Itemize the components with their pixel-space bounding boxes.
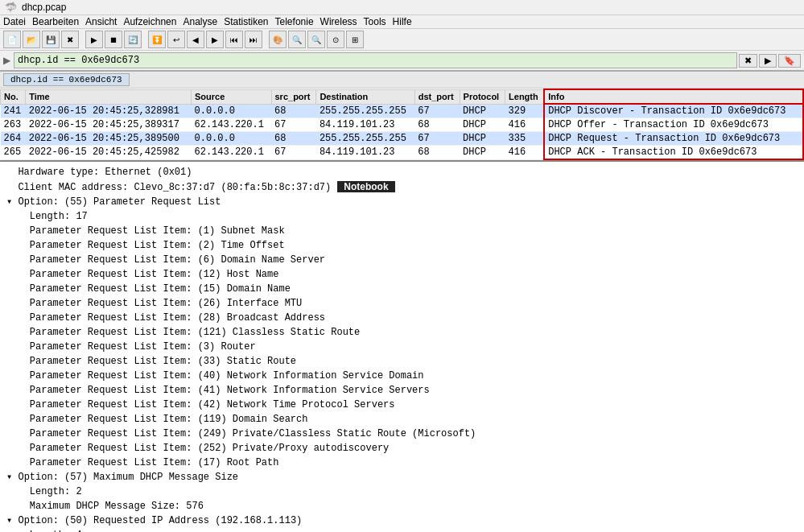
detail-line: Client MAC address: Clevo_8c:37:d7 (80:f… [6, 179, 798, 195]
detail-line: Parameter Request List Item: (1) Subnet … [6, 224, 798, 238]
col-header-destination[interactable]: Destination [316, 89, 414, 104]
detail-line: Parameter Request List Item: (249) Priva… [6, 427, 798, 441]
menu-aufzeichnen[interactable]: Aufzeichnen [123, 16, 176, 27]
detail-line: Maximum DHCP Message Size: 576 [6, 499, 798, 513]
detail-line: Length: 2 [6, 485, 798, 499]
detail-line: Parameter Request List Item: (12) Host N… [6, 267, 798, 282]
toolbar-restart[interactable]: 🔄 [124, 31, 142, 48]
menu-wireless[interactable]: Wireless [320, 16, 357, 27]
toolbar-zoom-out[interactable]: 🔍 [307, 31, 325, 48]
table-row[interactable]: 2642022-06-15 20:45:25,3895000.0.0.06825… [1, 132, 804, 146]
titlebar: 🦈 dhcp.pcap [0, 0, 804, 15]
tabbar: dhcp.id == 0x6e9dc673 [0, 72, 804, 89]
detail-line[interactable]: ▾ Option: (55) Parameter Request List [6, 195, 798, 209]
detail-line: Parameter Request List Item: (42) Networ… [6, 398, 798, 412]
toolbar-zoom-in[interactable]: 🔍 [288, 31, 306, 48]
detail-line: Parameter Request List Item: (121) Class… [6, 325, 798, 340]
toolbar-go-to[interactable]: ↩ [167, 31, 185, 48]
toolbar-prev[interactable]: ◀ [187, 31, 204, 48]
table-row[interactable]: 2652022-06-15 20:45:25,42598262.143.220.… [1, 146, 804, 160]
toolbar-next[interactable]: ▶ [206, 31, 224, 48]
detail-line: Hardware type: Ethernet (0x01) [6, 165, 798, 179]
packet-table: No. Time Source src_port Destination dst… [0, 89, 804, 160]
toolbar: 📄 📂 💾 ✖ ▶ ⏹ 🔄 ⏬ ↩ ◀ ▶ ⏮ ⏭ 🎨 🔍 🔍 ⊙ ⊞ [0, 29, 804, 51]
toolbar-start-capture[interactable]: ▶ [85, 31, 103, 48]
detail-line: Parameter Request List Item: (252) Priva… [6, 441, 798, 456]
toolbar-new[interactable]: 📄 [3, 31, 21, 48]
detail-line: Parameter Request List Item: (17) Root P… [6, 456, 798, 470]
tab-filter[interactable]: dhcp.id == 0x6e9dc673 [3, 73, 130, 86]
col-header-length[interactable]: Length [505, 89, 545, 104]
detail-line: Parameter Request List Item: (40) Networ… [6, 369, 798, 383]
packet-detail-section: Hardware type: Ethernet (0x01) Client MA… [0, 162, 804, 532]
toolbar-zoom-normal[interactable]: ⊙ [327, 31, 344, 48]
table-row[interactable]: 2632022-06-15 20:45:25,38931762.143.220.… [1, 118, 804, 132]
filter-input[interactable] [14, 52, 737, 68]
detail-line: Parameter Request List Item: (119) Domai… [6, 412, 798, 427]
toolbar-last[interactable]: ⏭ [245, 31, 262, 48]
col-header-srcport[interactable]: src_port [271, 89, 316, 104]
titlebar-title: dhcp.pcap [22, 2, 66, 13]
menu-telefonie[interactable]: Telefonie [275, 16, 314, 27]
detail-line[interactable]: ▾ Option: (57) Maximum DHCP Message Size [6, 470, 798, 485]
detail-line: Length: 17 [6, 209, 798, 224]
menu-ansicht[interactable]: Ansicht [85, 16, 117, 27]
menubar: Datei Bearbeiten Ansicht Aufzeichnen Ana… [0, 15, 804, 29]
detail-line[interactable]: ▾ Option: (50) Requested IP Address (192… [6, 513, 798, 528]
detail-line: Parameter Request List Item: (6) Domain … [6, 253, 798, 267]
detail-line: Parameter Request List Item: (3) Router [6, 340, 798, 354]
menu-hilfe[interactable]: Hilfe [393, 16, 412, 27]
toolbar-close[interactable]: ✖ [61, 31, 79, 48]
menu-tools[interactable]: Tools [364, 16, 386, 27]
toolbar-scroll-end[interactable]: ⏬ [148, 31, 166, 48]
toolbar-stop-capture[interactable]: ⏹ [105, 31, 122, 48]
detail-line: Parameter Request List Item: (2) Time Of… [6, 238, 798, 253]
detail-line: Length: 4 [6, 528, 798, 532]
filter-label: ▶ [3, 55, 10, 66]
col-header-info[interactable]: Info [544, 89, 803, 104]
main-content: No. Time Source src_port Destination dst… [0, 89, 804, 532]
filter-apply[interactable]: ▶ [759, 54, 777, 68]
detail-line: Parameter Request List Item: (15) Domain… [6, 282, 798, 296]
detail-line: Parameter Request List Item: (26) Interf… [6, 296, 798, 311]
toolbar-save[interactable]: 💾 [42, 31, 60, 48]
titlebar-icon: 🦈 [5, 2, 17, 13]
filter-clear[interactable]: ✖ [739, 54, 757, 68]
toolbar-first[interactable]: ⏮ [225, 31, 243, 48]
toolbar-resize-columns[interactable]: ⊞ [346, 31, 364, 48]
detail-line: Parameter Request List Item: (41) Networ… [6, 383, 798, 398]
notebook-badge: Notebook [337, 181, 394, 192]
menu-analyse[interactable]: Analyse [183, 16, 217, 27]
menu-statistiken[interactable]: Statistiken [224, 16, 268, 27]
detail-line: Parameter Request List Item: (33) Static… [6, 354, 798, 369]
table-row[interactable]: 2412022-06-15 20:45:25,3289810.0.0.06825… [1, 104, 804, 118]
packet-list-section: No. Time Source src_port Destination dst… [0, 89, 804, 162]
filter-bookmark[interactable]: 🔖 [778, 54, 801, 68]
toolbar-open[interactable]: 📂 [23, 31, 40, 48]
menu-bearbeiten[interactable]: Bearbeiten [32, 16, 79, 27]
detail-line: Parameter Request List Item: (28) Broadc… [6, 311, 798, 325]
toolbar-colorize[interactable]: 🎨 [269, 31, 287, 48]
col-header-source[interactable]: Source [191, 89, 271, 104]
col-header-time[interactable]: Time [26, 89, 192, 104]
filterbar: ▶ ✖ ▶ 🔖 [0, 51, 804, 72]
col-header-dstport[interactable]: dst_port [414, 89, 460, 104]
menu-datei[interactable]: Datei [3, 16, 26, 27]
col-header-protocol[interactable]: Protocol [460, 89, 505, 104]
col-header-no[interactable]: No. [1, 89, 26, 104]
